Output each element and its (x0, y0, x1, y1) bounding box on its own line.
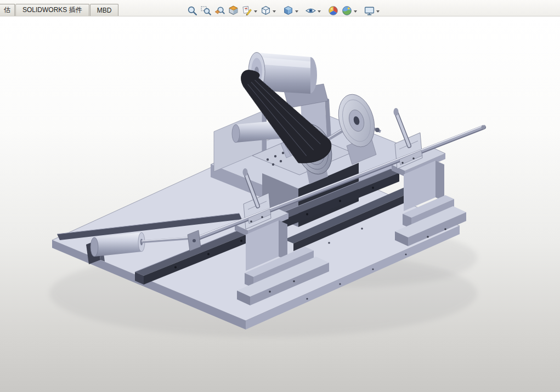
hide-show-items-icon (305, 5, 316, 16)
hide-show-items-dropdown-arrow[interactable] (318, 10, 321, 13)
view-settings-button[interactable] (363, 4, 376, 17)
zoom-to-fit-button[interactable] (185, 4, 199, 17)
headsup-view-toolbar (185, 4, 381, 17)
zoom-to-area-button[interactable] (199, 4, 213, 17)
previous-view-button[interactable] (213, 4, 227, 17)
tab-evaluate[interactable]: 估 (0, 4, 15, 16)
display-style-icon (282, 5, 294, 16)
tab-mbd[interactable]: MBD (90, 4, 119, 16)
section-view-button[interactable] (227, 4, 240, 17)
previous-view-icon (214, 5, 225, 16)
dynamic-annotation-views-dropdown-arrow[interactable] (254, 10, 257, 13)
zoom-to-fit-icon (186, 5, 198, 16)
tab-solidworks-addins[interactable]: SOLIDWORKS 插件 (15, 4, 89, 16)
display-style-button[interactable] (281, 4, 295, 17)
dynamic-annotation-views-icon (241, 5, 253, 16)
model-canvas (0, 16, 560, 392)
tab-solidworks-addins-label: SOLIDWORKS 插件 (22, 5, 82, 15)
view-orientation-icon (260, 5, 271, 16)
tab-evaluate-label: 估 (4, 5, 10, 15)
graphics-area[interactable] (0, 16, 560, 392)
dynamic-annotation-views-button[interactable] (240, 4, 254, 17)
display-style-dropdown-arrow[interactable] (295, 10, 298, 13)
view-settings-dropdown-arrow[interactable] (376, 10, 380, 13)
view-orientation-button[interactable] (259, 4, 273, 17)
view-orientation-dropdown-arrow[interactable] (273, 10, 276, 13)
tab-mbd-label: MBD (97, 7, 112, 14)
command-tabs: 估 SOLIDWORKS 插件 MBD (0, 3, 119, 16)
edit-appearance-icon (327, 5, 339, 16)
view-settings-icon (364, 5, 375, 16)
edit-appearance-button[interactable] (326, 4, 340, 17)
apply-scene-button[interactable] (340, 4, 354, 17)
apply-scene-dropdown-arrow[interactable] (354, 10, 357, 13)
section-view-icon (228, 5, 239, 16)
zoom-to-area-icon (200, 5, 212, 16)
hide-show-items-button[interactable] (304, 4, 318, 17)
apply-scene-icon (341, 5, 353, 16)
solidworks-window: 估 SOLIDWORKS 插件 MBD (0, 0, 560, 392)
